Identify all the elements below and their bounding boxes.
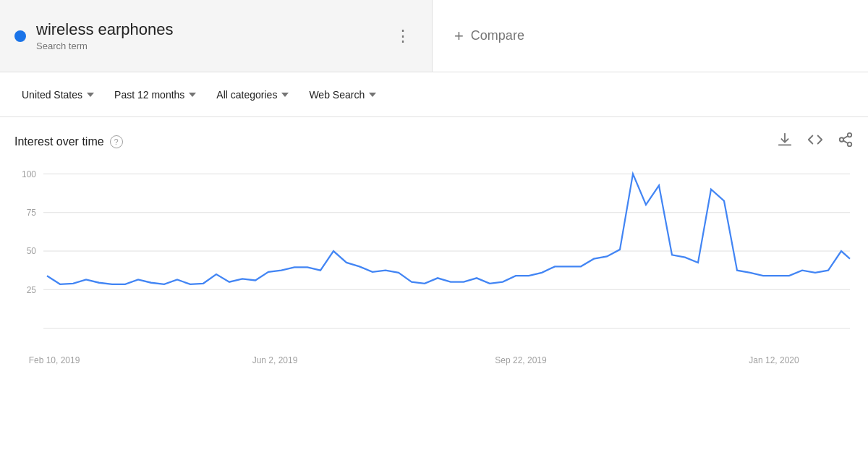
svg-text:50: 50 xyxy=(27,246,36,256)
svg-text:Jan 12, 2020: Jan 12, 2020 xyxy=(749,355,799,365)
location-chevron-icon xyxy=(87,93,94,97)
svg-text:Jun 2, 2019: Jun 2, 2019 xyxy=(252,355,298,365)
category-label: All categories xyxy=(216,89,277,101)
svg-line-4 xyxy=(843,136,848,139)
time-filter[interactable]: Past 12 months xyxy=(107,85,203,105)
share-button[interactable] xyxy=(838,132,854,151)
chart-actions xyxy=(777,132,854,151)
trend-chart: 100 75 50 25 Feb 10, 2019 Jun 2, 2019 Se… xyxy=(14,158,854,390)
svg-line-3 xyxy=(843,140,848,143)
time-chevron-icon xyxy=(189,93,196,97)
search-term-dot xyxy=(14,30,26,42)
chart-header: Interest over time ? xyxy=(14,132,854,151)
svg-text:100: 100 xyxy=(22,169,36,179)
category-filter[interactable]: All categories xyxy=(209,85,296,105)
compare-label: Compare xyxy=(471,28,524,43)
time-label: Past 12 months xyxy=(114,89,184,101)
search-term-text: wireless earphones Search term xyxy=(36,20,174,51)
search-term-left: wireless earphones Search term xyxy=(14,20,174,51)
compare-section[interactable]: + Compare xyxy=(433,0,546,72)
embed-button[interactable] xyxy=(807,132,823,151)
chart-container: 100 75 50 25 Feb 10, 2019 Jun 2, 2019 Se… xyxy=(14,158,854,390)
compare-plus-icon: + xyxy=(454,27,464,46)
help-icon[interactable]: ? xyxy=(110,135,123,148)
download-button[interactable] xyxy=(777,132,793,151)
chart-title-row: Interest over time ? xyxy=(14,135,123,148)
chart-title: Interest over time xyxy=(14,135,104,148)
svg-text:25: 25 xyxy=(27,284,36,294)
search-term-subtitle: Search term xyxy=(36,41,174,51)
more-options-button[interactable]: ⋮ xyxy=(389,24,417,48)
chart-section: Interest over time ? xyxy=(0,117,868,397)
header: wireless earphones Search term ⋮ + Compa… xyxy=(0,0,868,72)
search-type-label: Web Search xyxy=(309,89,365,101)
location-label: United States xyxy=(22,89,82,101)
trend-line xyxy=(47,174,850,284)
search-type-filter[interactable]: Web Search xyxy=(302,85,383,105)
category-chevron-icon xyxy=(281,93,289,97)
search-term-title: wireless earphones xyxy=(36,20,174,39)
svg-text:Feb 10, 2019: Feb 10, 2019 xyxy=(29,355,80,365)
svg-text:75: 75 xyxy=(27,208,36,218)
search-type-chevron-icon xyxy=(369,93,376,97)
location-filter[interactable]: United States xyxy=(14,85,101,105)
filters-bar: United States Past 12 months All categor… xyxy=(0,72,868,117)
svg-text:Sep 22, 2019: Sep 22, 2019 xyxy=(495,355,546,365)
search-term-section: wireless earphones Search term ⋮ xyxy=(0,0,433,72)
